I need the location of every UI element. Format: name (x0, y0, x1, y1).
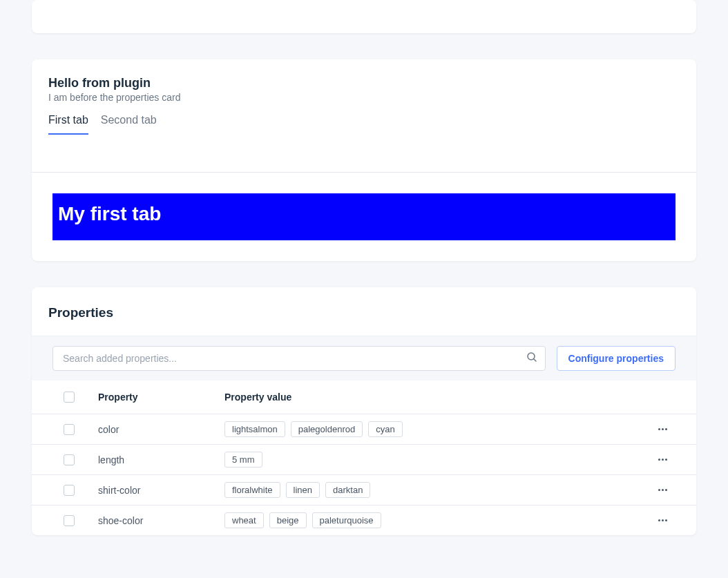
more-icon[interactable] (658, 519, 667, 521)
table-row: length5 mm (32, 445, 696, 475)
search-icon (526, 351, 537, 365)
header-checkbox-cell (48, 392, 90, 403)
property-tags: lightsalmonpalegoldenrodcyan (224, 421, 645, 437)
row-checkbox[interactable] (64, 424, 75, 435)
row-checkbox-cell (48, 454, 90, 465)
plugin-header: Hello from plugin I am before the proper… (32, 59, 696, 103)
property-tags: wheatbeigepaleturquoise (224, 512, 645, 528)
row-actions-cell (645, 428, 680, 430)
property-value-cell: wheatbeigepaleturquoise (224, 512, 645, 528)
row-checkbox-cell (48, 485, 90, 496)
property-tags: 5 mm (224, 452, 645, 468)
table-row: shoe-colorwheatbeigepaleturquoise (32, 505, 696, 535)
table-body: colorlightsalmonpalegoldenrodcyanlength5… (32, 414, 696, 535)
properties-title: Properties (48, 305, 680, 320)
plugin-title: Hello from plugin (48, 76, 680, 90)
property-tag: 5 mm (224, 452, 262, 468)
header-property: Property (90, 392, 224, 403)
preceding-card (32, 0, 696, 33)
properties-table: Property Property value colorlightsalmon… (32, 380, 696, 535)
plugin-card: Hello from plugin I am before the proper… (32, 59, 696, 261)
property-tag: paleturquoise (312, 512, 381, 528)
svg-line-1 (534, 359, 536, 361)
more-icon[interactable] (658, 459, 667, 461)
property-name: length (90, 454, 224, 465)
properties-header: Properties (32, 287, 696, 336)
table-header: Property Property value (32, 380, 696, 414)
tab-second[interactable]: Second tab (101, 114, 157, 135)
row-checkbox[interactable] (64, 485, 75, 496)
properties-toolbar: Configure properties (32, 336, 696, 380)
table-row: colorlightsalmonpalegoldenrodcyan (32, 414, 696, 445)
row-checkbox-cell (48, 424, 90, 435)
properties-card: Properties Configure properties Property… (32, 287, 696, 535)
property-tag: darktan (325, 482, 370, 498)
table-row: shirt-colorfloralwhitelinendarktan (32, 475, 696, 505)
property-tags: floralwhitelinendarktan (224, 482, 645, 498)
property-tag: wheat (224, 512, 264, 528)
property-name: shoe-color (90, 515, 224, 526)
row-actions-cell (645, 459, 680, 461)
property-tag: linen (286, 482, 320, 498)
row-checkbox[interactable] (64, 515, 75, 526)
select-all-checkbox[interactable] (64, 392, 75, 403)
property-value-cell: floralwhitelinendarktan (224, 482, 645, 498)
header-value: Property value (224, 392, 645, 403)
property-tag: floralwhite (224, 482, 280, 498)
row-actions-cell (645, 519, 680, 521)
search-wrap (52, 346, 546, 371)
property-tag: beige (269, 512, 307, 528)
row-actions-cell (645, 489, 680, 491)
property-tag: lightsalmon (224, 421, 285, 437)
search-input[interactable] (52, 346, 546, 371)
property-value-cell: lightsalmonpalegoldenrodcyan (224, 421, 645, 437)
property-tag: palegoldenrod (291, 421, 363, 437)
property-tag: cyan (368, 421, 402, 437)
row-checkbox-cell (48, 515, 90, 526)
tab-first[interactable]: First tab (48, 114, 88, 135)
property-value-cell: 5 mm (224, 452, 645, 468)
plugin-tabs: First tab Second tab (32, 114, 696, 135)
tab-content: My first tab (32, 172, 696, 261)
tab-banner: My first tab (52, 193, 676, 240)
more-icon[interactable] (658, 428, 667, 430)
row-checkbox[interactable] (64, 454, 75, 465)
property-name: color (90, 424, 224, 435)
more-icon[interactable] (658, 489, 667, 491)
property-name: shirt-color (90, 485, 224, 496)
plugin-subtitle: I am before the properties card (48, 92, 680, 103)
configure-properties-button[interactable]: Configure properties (557, 346, 676, 371)
